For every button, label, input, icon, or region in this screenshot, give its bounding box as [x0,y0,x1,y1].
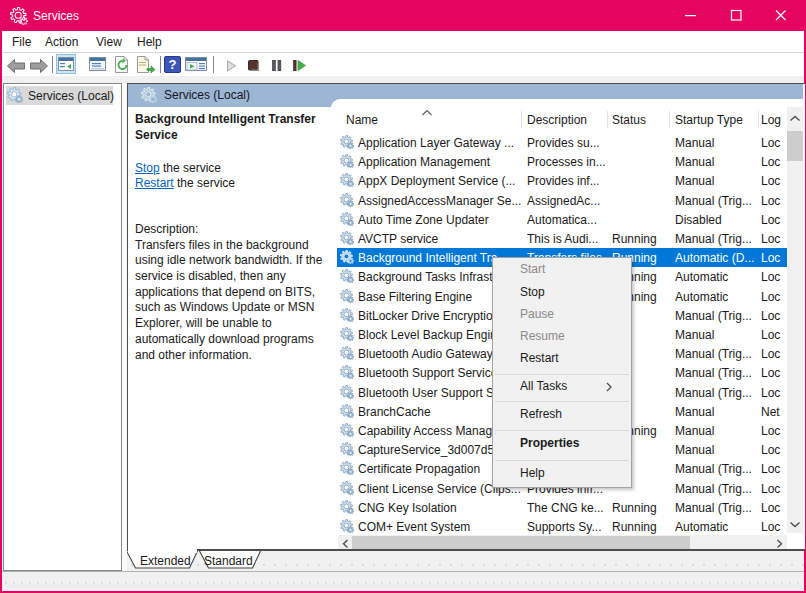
svg-text:?: ? [169,57,177,72]
